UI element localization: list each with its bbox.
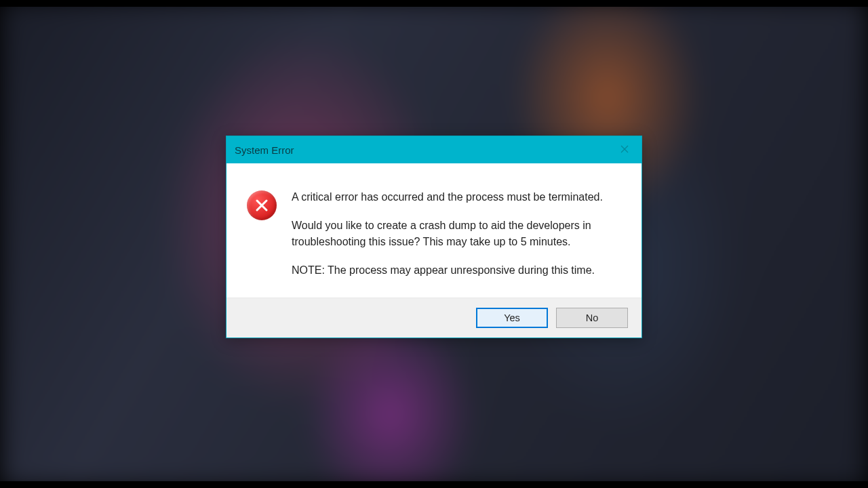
message-paragraph-2: Would you like to create a crash dump to… bbox=[292, 218, 614, 250]
letterbox-top bbox=[0, 0, 868, 7]
dialog-message: A critical error has occurred and the pr… bbox=[292, 189, 614, 279]
dialog-footer: Yes No bbox=[226, 298, 642, 338]
no-button[interactable]: No bbox=[556, 308, 628, 328]
dialog-title: System Error bbox=[235, 144, 294, 156]
error-icon bbox=[247, 190, 277, 220]
close-icon bbox=[620, 144, 629, 156]
dialog-content: A critical error has occurred and the pr… bbox=[226, 163, 642, 298]
close-button[interactable] bbox=[608, 136, 642, 163]
error-dialog: System Error A critical error has occurr… bbox=[226, 136, 642, 338]
message-paragraph-1: A critical error has occurred and the pr… bbox=[292, 189, 614, 205]
yes-button[interactable]: Yes bbox=[476, 308, 548, 328]
dialog-titlebar[interactable]: System Error bbox=[226, 136, 642, 163]
message-paragraph-3: NOTE: The process may appear unresponsiv… bbox=[292, 262, 614, 279]
letterbox-bottom bbox=[0, 481, 868, 488]
